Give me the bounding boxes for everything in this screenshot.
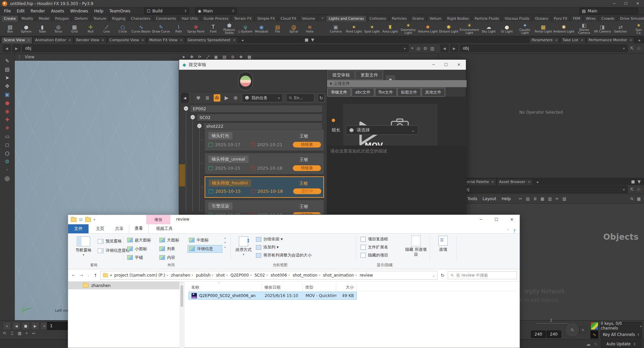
- grid-icon[interactable]: ▦: [637, 196, 641, 201]
- shelf-tab[interactable]: Guide Process: [201, 15, 231, 21]
- globe-icon[interactable]: ⊕: [233, 95, 238, 101]
- network-toolbar-icon[interactable]: ▤: [526, 196, 530, 201]
- explorer-titlebar[interactable]: ☑ ▾ 播放 review ─ ☐ ✕: [68, 215, 520, 224]
- collapse-icon[interactable]: −: [184, 106, 188, 111]
- nav-pane-button[interactable]: 导航窗格 ▾: [73, 236, 94, 256]
- close-tab-icon[interactable]: ×: [491, 180, 494, 184]
- collapse-icon[interactable]: −: [191, 115, 195, 119]
- transport-button[interactable]: «: [3, 322, 11, 330]
- pin-icon[interactable]: ⌖: [410, 46, 414, 51]
- nav-back-button[interactable]: ◀: [3, 45, 11, 52]
- sort-by-button[interactable]: 排序方式 ▾: [233, 236, 254, 256]
- main-selector[interactable]: ◉ Main ⇕: [195, 8, 237, 14]
- shelf-tab[interactable]: Polygon: [52, 15, 71, 21]
- layout-scroll-arrows[interactable]: ▴▾▾: [224, 236, 226, 249]
- playbar-option-icon[interactable]: ⟲: [3, 331, 6, 336]
- shelf-tab[interactable]: Volume: [299, 15, 318, 21]
- breadcrumb-segment[interactable]: zhanshen: [166, 273, 191, 278]
- frame-range-end-field[interactable]: 240: [546, 331, 561, 338]
- shelf-tool[interactable]: ⌇ Path: [171, 24, 187, 33]
- shelf-tool[interactable]: ◉ Metaball: [254, 24, 270, 33]
- viewport-tool-icon[interactable]: ▭: [5, 134, 9, 139]
- checkbox-icon[interactable]: [361, 245, 366, 250]
- caret-down-icon[interactable]: ▾: [623, 47, 625, 50]
- pane-tab[interactable]: Geometry Spreadsheet ×: [185, 37, 238, 43]
- close-button[interactable]: ✕: [457, 62, 461, 67]
- network-menu-item[interactable]: Tools: [467, 196, 477, 201]
- maximize-button[interactable]: ☐: [624, 1, 628, 6]
- shelf-tab[interactable]: Particles: [389, 15, 409, 21]
- tab-share[interactable]: 共享: [110, 225, 129, 233]
- pane-swatch-icon[interactable]: ■: [305, 38, 308, 42]
- menu-item[interactable]: Edit: [17, 9, 24, 13]
- task-card[interactable]: ∷ 镜头特效_houdini 王敏 2025-10-15 2025-10-18 …: [205, 176, 324, 198]
- pane-tab[interactable]: Take List ×: [560, 37, 586, 43]
- key-all-channels-button[interactable]: Key All Channels⇕: [600, 331, 642, 339]
- close-tab-icon[interactable]: ×: [102, 38, 104, 42]
- file-type-tab[interactable]: abc文件: [352, 88, 374, 97]
- shelf-tool[interactable]: ✶ Spot Light: [363, 24, 381, 33]
- shelf-tab[interactable]: Lights and Cameras: [326, 15, 367, 21]
- viewport-tool-icon[interactable]: ◦: [6, 167, 9, 173]
- search-input[interactable]: ⚲ En...: [286, 94, 314, 102]
- shelf-tool[interactable]: ▧ Box: [2, 24, 18, 33]
- tab-file[interactable]: 文件: [68, 224, 89, 233]
- transport-button[interactable]: ■: [21, 322, 30, 330]
- collapse-icon[interactable]: −: [197, 124, 202, 128]
- collapse-ribbon-icon[interactable]: ˄: [507, 229, 509, 233]
- viewport-tool-icon[interactable]: ⚙: [5, 159, 9, 164]
- nav-folder-item[interactable]: zhanshen: [68, 282, 179, 289]
- shelf-tool[interactable]: ☁ Sky Light: [480, 24, 498, 33]
- shelf-tool[interactable]: ⟋ Line: [99, 24, 115, 33]
- target-icon[interactable]: ◎: [416, 46, 421, 51]
- shelf-tab[interactable]: Particle Fluids: [472, 15, 502, 21]
- close-tab-icon[interactable]: ×: [528, 180, 530, 184]
- layout-option[interactable]: 列表: [158, 245, 187, 252]
- shelf-tab[interactable]: Pyro FX: [551, 15, 570, 21]
- nav-back-button[interactable]: ◀: [440, 45, 448, 52]
- shelf-tab[interactable]: Characters: [128, 15, 153, 21]
- new-tab-button[interactable]: ＋: [533, 179, 542, 185]
- view-option-button[interactable]: 添加列 ▾: [256, 244, 312, 250]
- folder-icon[interactable]: [85, 218, 91, 222]
- key-options-caret[interactable]: ▾: [580, 327, 586, 333]
- tree-node-sequence[interactable]: SC02: [197, 114, 323, 121]
- popout-icon[interactable]: ⇱: [629, 46, 634, 51]
- shelf-tab[interactable]: Texture: [91, 15, 109, 21]
- show-hide-checkbox[interactable]: 文件扩展名: [361, 244, 388, 250]
- layout-option[interactable]: 中图标: [187, 237, 222, 244]
- options-button[interactable]: 选项: [434, 236, 452, 252]
- viewport-toolbar-icon[interactable]: ▤: [223, 55, 226, 59]
- frame-range-start-field[interactable]: 240: [531, 331, 546, 338]
- shot-camera-icon[interactable]: ✇: [214, 94, 220, 102]
- layout-option[interactable]: 小图标: [126, 245, 158, 252]
- pane-tab[interactable]: Scene View ×: [1, 37, 33, 43]
- upload-section-header[interactable]: ▼ 上传文件: [327, 80, 467, 87]
- shelf-tab[interactable]: Collisions: [367, 15, 389, 21]
- menu-item[interactable]: Render: [31, 9, 45, 13]
- drag-grip-icon[interactable]: ∷: [201, 209, 203, 212]
- nav-forward-button[interactable]: ▶: [450, 45, 458, 52]
- video-icon[interactable]: ▶: [224, 95, 229, 101]
- checkbox-icon[interactable]: [361, 237, 366, 242]
- caret-down-icon[interactable]: ▾: [623, 188, 625, 191]
- recook-icon[interactable]: ↻: [594, 342, 598, 347]
- shelf-tool[interactable]: ∿ Curve Bezier: [131, 24, 152, 33]
- breadcrumb[interactable]: « project (\\smwh.com) (P:) zhanshen pub…: [100, 271, 437, 280]
- task-card[interactable]: ∷ 镜头特效_unreal 王敏 2025-10-15 2025-10-18 待…: [205, 153, 324, 174]
- file-row-selected[interactable]: Q2EP000_SC02_shot006_an 2025/6/16 15:10 …: [189, 292, 357, 300]
- description-textarea[interactable]: 请在这里添加此次提交的描述: [327, 146, 467, 214]
- minimize-button[interactable]: ─: [432, 62, 435, 67]
- layout-option[interactable]: 内容: [158, 254, 187, 261]
- hide-selected-button[interactable]: 隐藏 所选项目: [404, 236, 428, 257]
- view-option-button[interactable]: 将所有列调整为合适的大小: [256, 252, 312, 258]
- preview-pane-button[interactable]: 预览窗格: [98, 238, 122, 244]
- playbar-option-icon[interactable]: ♫: [10, 331, 14, 336]
- pane-tab[interactable]: Parameters ×: [529, 37, 560, 43]
- dialog-titlebar[interactable]: ◆ 提交审核 ─ ☐ ✕: [179, 60, 466, 70]
- shelf-tab[interactable]: Viscous Fluids: [502, 15, 532, 21]
- breadcrumb-segment[interactable]: project (\\smwh.com) (P:): [114, 273, 166, 278]
- shelf-tool[interactable]: ◨ VR Camera: [593, 24, 611, 33]
- quick-check-icon[interactable]: ☑: [79, 218, 83, 222]
- viewport-tool-icon[interactable]: ●: [5, 100, 9, 106]
